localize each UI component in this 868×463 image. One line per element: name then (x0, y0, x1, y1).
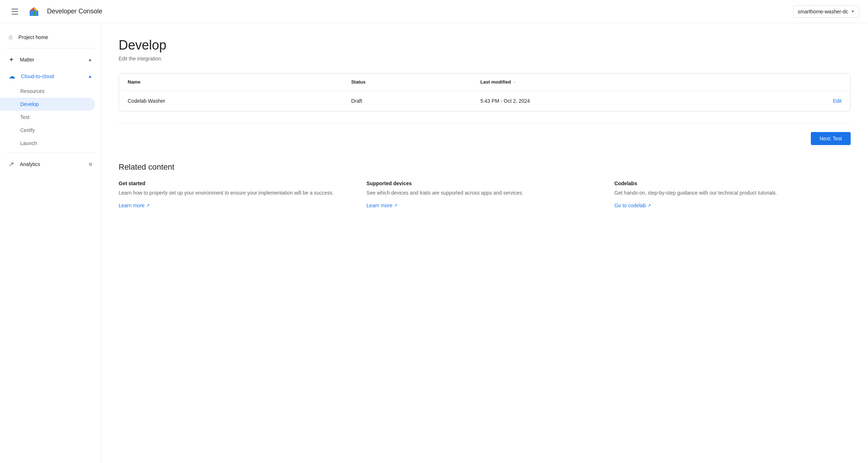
sidebar-item-project-home[interactable]: ⌂ Project home (0, 29, 101, 45)
chevron-down-icon: ▲ (88, 57, 92, 62)
certify-label: Certify (20, 127, 35, 133)
col-name: Name (119, 73, 342, 91)
sidebar-item-develop[interactable]: Develop (0, 98, 95, 111)
sidebar-item-certify[interactable]: Certify (0, 124, 101, 137)
section-divider (119, 123, 851, 123)
card-desc-get-started: Learn how to properly set up your enviro… (119, 189, 355, 197)
card-title-codelabs: Codelabs (614, 180, 851, 186)
table-header-row: Name Status Last modified ↑ (119, 73, 850, 91)
col-last-modified[interactable]: Last modified ↑ (472, 73, 744, 91)
external-link-icon-3: ↗ (647, 203, 651, 208)
cloud-icon: ☁ (9, 72, 15, 80)
matter-icon: ✦ (9, 56, 14, 64)
external-link-icon: ↗ (146, 203, 150, 208)
google-home-logo (27, 4, 41, 19)
edit-link[interactable]: Edit (833, 98, 842, 104)
col-actions (744, 73, 850, 91)
related-card-supported-devices: Supported devices See which devices and … (366, 180, 603, 208)
col-status: Status (342, 73, 472, 91)
cell-last-modified: 5:43 PM - Oct 2, 2024 (472, 91, 744, 111)
sidebar-item-matter[interactable]: ✦ Matter ▲ (0, 51, 101, 68)
sidebar-item-analytics[interactable]: ↗ Analytics ⧉ (0, 156, 101, 173)
related-card-codelabs: Codelabs Get hands-on, step-by-step guid… (614, 180, 851, 208)
chevron-down-icon: ▼ (851, 9, 855, 13)
go-to-codelab-link[interactable]: Go to codelab ↗ (614, 203, 651, 208)
integrations-table: Name Status Last modified ↑ (119, 73, 850, 111)
next-test-button[interactable]: Next: Test (811, 132, 851, 145)
table-row: Codelab Washer Draft 5:43 PM - Oct 2, 20… (119, 91, 850, 111)
cell-name: Codelab Washer (119, 91, 342, 111)
chevron-up-icon: ▲ (88, 74, 92, 79)
related-card-get-started: Get started Learn how to properly set up… (119, 180, 355, 208)
related-content-title: Related content (119, 162, 851, 172)
card-title-supported-devices: Supported devices (366, 180, 603, 186)
sidebar-cloud-label: Cloud-to-cloud (21, 73, 82, 79)
project-selector[interactable]: smarthome-washer-dc ▼ (793, 5, 859, 18)
sort-icon: ↑ (514, 80, 515, 84)
header: Developer Console smarthome-washer-dc ▼ (0, 0, 868, 23)
learn-more-link-supported-devices[interactable]: Learn more ↗ (366, 203, 397, 208)
external-link-icon: ⧉ (89, 162, 92, 167)
main-content: Develop Edit the integration. Name Statu… (101, 23, 868, 463)
sidebar-item-label: Project home (18, 34, 92, 40)
launch-label: Launch (20, 140, 37, 146)
layout: ⌂ Project home ✦ Matter ▲ ☁ Cloud-to-clo… (0, 23, 868, 463)
svg-rect-2 (33, 11, 35, 16)
header-left: Developer Console (9, 4, 102, 19)
related-content-grid: Get started Learn how to properly set up… (119, 180, 851, 208)
card-title-get-started: Get started (119, 180, 355, 186)
sidebar-item-cloud[interactable]: ☁ Cloud-to-cloud ▲ (0, 68, 101, 85)
app-title: Developer Console (47, 8, 102, 15)
resources-label: Resources (20, 88, 44, 94)
menu-icon[interactable] (9, 6, 21, 17)
external-link-icon-2: ↗ (394, 203, 397, 208)
page-subtitle: Edit the integration. (119, 56, 851, 61)
next-button-row: Next: Test (119, 132, 851, 145)
sidebar: ⌂ Project home ✦ Matter ▲ ☁ Cloud-to-clo… (0, 23, 101, 463)
cell-status: Draft (342, 91, 472, 111)
page-title: Develop (119, 38, 851, 53)
sidebar-item-test[interactable]: Test (0, 111, 101, 124)
integrations-table-container: Name Status Last modified ↑ (119, 73, 851, 111)
related-content-section: Related content Get started Learn how to… (119, 162, 851, 208)
sidebar-divider-1 (6, 48, 95, 48)
test-label: Test (20, 114, 30, 120)
project-name: smarthome-washer-dc (798, 9, 848, 14)
analytics-label: Analytics (20, 161, 83, 167)
learn-more-link-get-started[interactable]: Learn more ↗ (119, 203, 150, 208)
develop-label: Develop (20, 101, 39, 107)
card-desc-supported-devices: See which devices and traits are support… (366, 189, 603, 197)
sidebar-item-resources[interactable]: Resources (0, 85, 101, 98)
sidebar-divider-2 (6, 153, 95, 153)
cell-edit: Edit (744, 91, 850, 111)
sidebar-item-launch[interactable]: Launch (0, 137, 101, 150)
card-desc-codelabs: Get hands-on, step-by-step guidance with… (614, 189, 851, 197)
home-icon: ⌂ (9, 33, 13, 41)
sidebar-matter-label: Matter (20, 57, 82, 63)
analytics-icon: ↗ (9, 160, 14, 168)
